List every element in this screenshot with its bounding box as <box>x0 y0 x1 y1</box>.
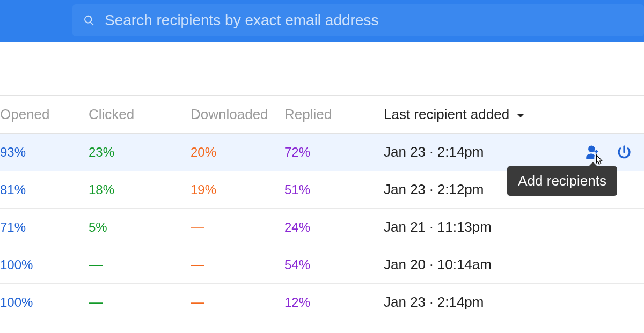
table-header-row: Opened Clicked Downloaded Replied Last r… <box>0 96 644 134</box>
cell-clicked: 5% <box>89 220 107 234</box>
search-field[interactable] <box>72 4 644 36</box>
cell-last-added: Jan 20 · 10:14am <box>384 256 492 272</box>
column-header-last-added-label: Last recipient added <box>384 106 509 122</box>
column-header-replied[interactable]: Replied <box>284 96 384 134</box>
cell-clicked: 18% <box>89 182 114 197</box>
column-header-opened[interactable]: Opened <box>0 96 89 134</box>
recipients-table: Opened Clicked Downloaded Replied Last r… <box>0 95 644 321</box>
cell-opened: 100% <box>0 295 33 309</box>
cell-last-added: Jan 23 · 2:14pm <box>384 294 484 310</box>
cell-replied: 54% <box>284 257 310 272</box>
cell-replied: 12% <box>284 295 310 309</box>
power-icon <box>616 144 632 160</box>
cell-clicked: 23% <box>89 145 114 159</box>
cell-replied: 51% <box>284 182 310 197</box>
cell-downloaded: — <box>191 294 204 310</box>
caret-down-icon <box>516 106 525 123</box>
cell-last-added: Jan 23 · 2:12pm <box>384 181 484 197</box>
cell-replied: 24% <box>284 220 310 234</box>
cell-clicked: — <box>89 256 103 272</box>
cell-opened: 93% <box>0 145 26 159</box>
search-icon <box>83 14 95 26</box>
cell-opened: 100% <box>0 257 33 272</box>
cell-downloaded: 19% <box>191 182 216 197</box>
column-header-downloaded[interactable]: Downloaded <box>191 96 284 134</box>
table-row[interactable]: 100% — — 54% Jan 20 · 10:14am <box>0 246 644 284</box>
cell-last-added: Jan 21 · 11:13pm <box>384 219 492 235</box>
cell-opened: 81% <box>0 182 26 197</box>
add-recipients-button[interactable] <box>579 140 609 164</box>
table-row[interactable]: 71% 5% — 24% Jan 21 · 11:13pm <box>0 209 644 246</box>
column-header-last-added[interactable]: Last recipient added <box>384 96 553 134</box>
cell-clicked: — <box>89 294 103 310</box>
table-row[interactable]: 100% — — 12% Jan 23 · 2:14pm <box>0 284 644 321</box>
search-input[interactable] <box>105 12 633 29</box>
cell-downloaded: 20% <box>191 145 216 159</box>
table-row[interactable]: 93% 23% 20% 72% Jan 23 · 2:14pm <box>0 134 644 171</box>
cell-replied: 72% <box>284 145 310 159</box>
power-button[interactable] <box>609 140 639 164</box>
cell-downloaded: — <box>191 256 204 272</box>
tooltip-add-recipients: Add recipients <box>507 166 617 196</box>
top-bar <box>0 0 644 42</box>
cell-last-added: Jan 23 · 2:14pm <box>384 144 484 160</box>
cell-opened: 71% <box>0 220 26 234</box>
column-header-actions <box>553 96 644 134</box>
user-plus-icon <box>586 144 602 160</box>
column-header-clicked[interactable]: Clicked <box>89 96 191 134</box>
cell-downloaded: — <box>191 219 204 235</box>
